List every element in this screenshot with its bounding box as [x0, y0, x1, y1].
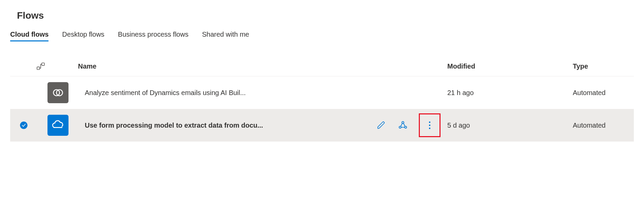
flow-type: Automated — [573, 89, 634, 97]
tabs: Cloud flows Desktop flows Business proce… — [10, 31, 634, 41]
checkmark-icon[interactable] — [20, 122, 27, 129]
flow-name[interactable]: Analyze sentiment of Dynamics emails usi… — [85, 89, 447, 97]
tab-business-process-flows[interactable]: Business process flows — [118, 31, 189, 41]
more-icon[interactable] — [424, 119, 435, 131]
svg-rect-0 — [37, 67, 40, 70]
flow-modified: 5 d ago — [447, 122, 573, 129]
svg-point-9 — [429, 128, 430, 129]
row-select-cell[interactable] — [10, 122, 37, 129]
more-actions-highlight — [419, 113, 441, 137]
flow-modified: 21 h ago — [447, 89, 573, 97]
table-header: Name Modified Type — [10, 62, 634, 76]
flow-name[interactable]: Use form processing model to extract dat… — [85, 122, 365, 129]
svg-point-7 — [429, 122, 430, 123]
flow-type: Automated — [573, 122, 634, 129]
tab-desktop-flows[interactable]: Desktop flows — [62, 31, 104, 41]
column-modified[interactable]: Modified — [447, 62, 573, 70]
share-icon[interactable] — [397, 119, 409, 131]
header-flow-icon — [10, 62, 51, 71]
svg-rect-1 — [42, 63, 44, 66]
page-title: Flows — [17, 10, 634, 21]
dynamics-icon — [47, 82, 69, 103]
tab-shared-with-me[interactable]: Shared with me — [202, 31, 249, 41]
onedrive-icon — [47, 115, 69, 136]
column-name[interactable]: Name — [51, 62, 447, 70]
edit-icon[interactable] — [375, 119, 387, 131]
svg-point-8 — [429, 125, 430, 126]
table-row[interactable]: Use form processing model to extract dat… — [10, 109, 634, 142]
tab-cloud-flows[interactable]: Cloud flows — [10, 31, 48, 41]
column-type[interactable]: Type — [573, 62, 634, 70]
table-row[interactable]: Analyze sentiment of Dynamics emails usi… — [10, 76, 634, 109]
flows-table: Name Modified Type Analyze sentiment of … — [10, 62, 634, 142]
